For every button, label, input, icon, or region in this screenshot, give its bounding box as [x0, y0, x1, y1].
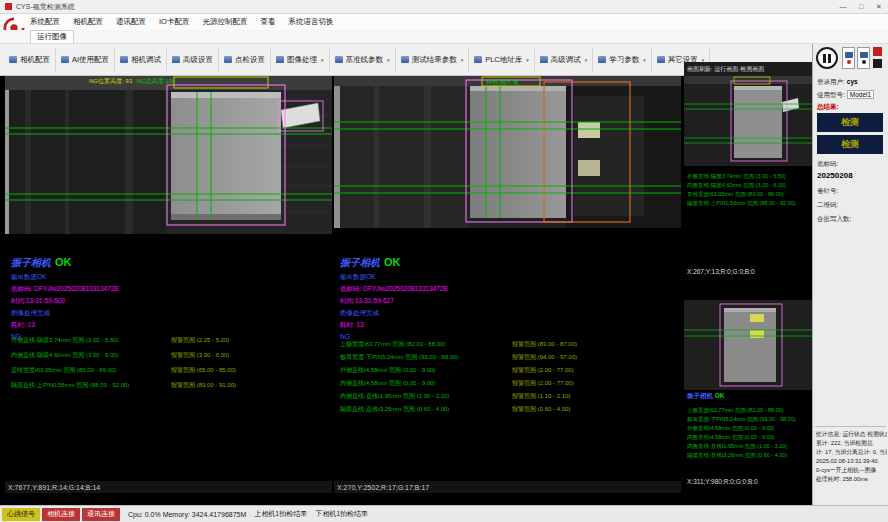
close-button[interactable]: ✕ — [870, 0, 888, 13]
ai-region-label: AI检测区域 — [486, 78, 518, 87]
toolbar-test-result-params-button[interactable]: 测试结果参数▾ — [396, 48, 470, 72]
camera-result-title: 振子相机 — [11, 257, 51, 268]
thumbnail-frame-1[interactable] — [684, 76, 812, 166]
result-ok-badge: OK — [55, 256, 72, 268]
camera-view-lower[interactable]: AI检测区域 振子相机OK 输出数据OK 底标码: DFYJiw20250208… — [334, 76, 681, 493]
total-result-label: 总结果: — [817, 103, 839, 112]
time-line: 时间:13-31-59-600 — [11, 297, 119, 306]
statistics-block: 统计信息: 运行状态 检测状态 累计: 222, 当班检测总 计: 17, 当班… — [816, 430, 887, 484]
camera-toggle-button-1[interactable] — [842, 47, 855, 69]
pixel-probe-status-lower: X:270,Y:2502;R:17;G:17;B:17 — [334, 481, 681, 493]
toolbar-plc-address-button[interactable]: PLC地址库▾ — [469, 48, 535, 72]
menu-language-switch[interactable]: 系统语言切换 — [288, 17, 333, 27]
model-select[interactable]: Model1 — [847, 90, 874, 99]
status-dot-dark — [862, 60, 866, 64]
toolbar-spot-check-button[interactable]: 点检设置 — [219, 48, 271, 72]
status-dot-red — [847, 60, 851, 64]
pixel-probe-status-upper: X:7677,Y:891;R:14;G:14;B:14 — [5, 481, 332, 493]
menu-system-config[interactable]: 系统配置 — [30, 17, 60, 27]
result-status-box-1: 检测 — [817, 113, 883, 132]
measurement-row: 极耳宽度-下PIN5.24mm 范围:(93.00 - 98.00)报警范围:(… — [340, 353, 678, 366]
camera-view-upper[interactable]: NG位置高度: 93.NG总高度:100 振子相机OK 输出数据OK 底标码: … — [5, 76, 332, 493]
measurement-row: 内侧直线-隔膜4.60mm 范围:(3.00 - 6.00)报警范围:(3.00… — [11, 351, 329, 366]
measurement-row: 隔膜直线-直线t3.26mm 范围:(0.60 - 4.00)报警范围:(0.6… — [340, 405, 678, 418]
book-icon — [598, 56, 606, 63]
barcode-line: 底标码: DFYJiw2025020813313472B — [340, 285, 448, 294]
measurement-list-lower: 上极宽度t63.77mm 范围:(82.00 - 88.00)报警范围:(83.… — [340, 340, 678, 418]
measurement-row: 隔膜直线-上PIN0.56mm 范围:(88.00 - 92.00)报警范围:(… — [11, 381, 329, 396]
comm-connect-badge: 通讯连接 — [82, 508, 120, 521]
camera-connect-badge: 相机连接 — [42, 508, 80, 521]
measurement-row: 外侧直线t4.58mm 范围:(0.00 - 9.00)报警范围:(2.00 -… — [340, 366, 678, 379]
camera-icon — [61, 56, 69, 63]
toolbar-camera-debug-button[interactable]: 相机调试 — [115, 48, 167, 72]
menu-comm-config[interactable]: 通讯配置 — [116, 17, 146, 27]
output-line: 输出数据OK — [11, 273, 119, 282]
indicator-column — [873, 47, 882, 68]
toolbar-camera-config-button[interactable]: 相机配置 — [4, 48, 56, 72]
menu-view[interactable]: 查看 — [260, 17, 275, 27]
alarm-indicator — [873, 47, 882, 56]
wrench-icon — [540, 56, 548, 63]
result-ok-badge: OK — [384, 256, 401, 268]
toolbar-advanced-debug-button[interactable]: 高级调试▾ — [535, 48, 594, 72]
elapsed-line: 耗时: 13 — [11, 321, 119, 330]
output-line: 输出数据OK — [340, 273, 448, 282]
toolbar-learn-params-button[interactable]: 学习参数▾ — [593, 48, 652, 72]
idle-indicator — [873, 59, 882, 68]
toolbar-ai-config-button[interactable]: AI使用配置 — [56, 48, 115, 72]
menu-light-config[interactable]: 光源控制配置 — [202, 17, 247, 27]
camera-icon — [860, 52, 868, 58]
heartbeat-badge: 心跳信号 — [2, 508, 40, 521]
process-done-line: 图像处理完成 — [11, 309, 119, 318]
window-title: CYS-视觉检测系统 — [16, 2, 75, 12]
tab-run-image[interactable]: 运行图像 — [30, 30, 74, 43]
measurement-row: 内侧直线t4.58mm 范围:(0.00 - 9.00)报警范围:(2.00 -… — [340, 379, 678, 392]
ng-line: NG: — [340, 333, 448, 340]
chevron-down-icon: ▾ — [461, 57, 464, 63]
gear-icon — [657, 56, 665, 63]
batch-write-count-label: 合批写入数: — [817, 215, 851, 224]
maximize-button[interactable]: □ — [852, 0, 870, 13]
camera-toggle-button-2[interactable] — [857, 47, 870, 69]
upper-camera-result-text: 上相机1拍检结果 — [254, 509, 307, 519]
chevron-down-icon: ▾ — [321, 57, 324, 63]
thumbnail-frame-2[interactable] — [684, 300, 812, 390]
title-bar: CYS-视觉检测系统 — □ ✕ — [0, 0, 888, 14]
elapsed-line: 耗时: 13 — [340, 321, 448, 330]
chevron-down-icon: ▾ — [643, 57, 646, 63]
minimize-button[interactable]: — — [834, 0, 852, 13]
toolbar-advanced-settings-button[interactable]: 高级设置 — [167, 48, 219, 72]
login-user-value: cys — [847, 78, 858, 85]
list-icon — [401, 56, 409, 63]
camera-frame-upper — [5, 76, 332, 234]
pause-button[interactable] — [816, 47, 838, 69]
thumbnail-column: 外侧直线-隔膜3.74mm 范围:(3.00 - 5.50) 内侧直线-隔膜4.… — [684, 76, 812, 505]
camera-icon — [120, 56, 128, 63]
measurement-row: 外侧直线-隔膜3.74mm 范围:(3.00 - 5.50)报警范围:(2.25… — [11, 336, 329, 351]
chevron-down-icon: ▾ — [526, 57, 529, 63]
measurement-row: 内侧直线-直线t1.95mm 范围:(1.00 - 2.20)报警范围:(1.1… — [340, 392, 678, 405]
image-icon — [276, 56, 284, 63]
barcode-label: 底标码: — [817, 160, 838, 169]
measurement-row: 直线宽度t63.05mm 范围:(80.00 - 86.00)报警范围:(65.… — [11, 366, 329, 381]
small-view-header: 画面刷新: 运行画面·检测画面 — [684, 62, 812, 76]
toolbar-baseline-params-button[interactable]: 基准线参数▾ — [330, 48, 396, 72]
result-block-upper: 振子相机OK 输出数据OK 底标码: DFYJiw202502081331347… — [11, 252, 119, 340]
measurement-list-upper: 外侧直线-隔膜3.74mm 范围:(3.00 - 5.50)报警范围:(2.25… — [11, 336, 329, 396]
thumbnail-measurements-2: 上极宽度t63.77mm 范围:(82.00 - 88.00) 极耳宽度-下PI… — [687, 406, 809, 460]
login-user-row: 登录用户:cys — [817, 78, 858, 87]
barcode-value: 20250208 — [817, 171, 853, 180]
pixel-probe-status-thumb-2: X:311;Y:980;R:0;G:0;B:0 — [687, 478, 758, 485]
cpu-memory-text: Cpu: 0.0% Memory: 3424.41796875M — [128, 511, 246, 518]
menu-camera-config[interactable]: 相机配置 — [73, 17, 103, 27]
qr-code-label: 二维码: — [817, 201, 838, 210]
menu-io-config[interactable]: IO卡配置 — [159, 17, 189, 27]
divider — [815, 426, 886, 427]
chip-icon — [474, 56, 482, 63]
chevron-down-icon: ▾ — [387, 57, 390, 63]
camera-result-title: 振子相机 — [340, 257, 380, 268]
toolbar-image-process-button[interactable]: 图像处理▾ — [271, 48, 330, 72]
time-line: 时间:13-31-59-627 — [340, 297, 448, 306]
gear-icon — [172, 56, 180, 63]
